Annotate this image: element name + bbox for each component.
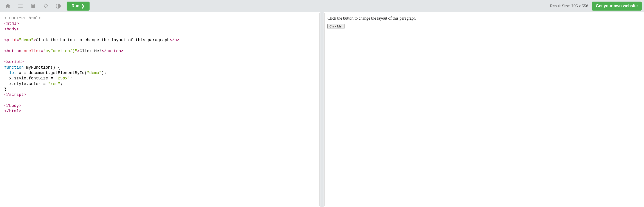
code-token: < <box>4 49 7 53</box>
code-token: script <box>7 60 22 64</box>
code-token: < <box>4 38 7 42</box>
code-token: p <box>7 38 9 42</box>
code-token: script <box>9 92 24 97</box>
code-token: button <box>106 49 121 53</box>
code-token: "red" <box>48 82 60 86</box>
code-token: <!DOCTYPE html> <box>4 16 41 20</box>
code-token: > <box>19 109 22 114</box>
code-token: "demo" <box>19 38 34 42</box>
code-token: ; <box>70 76 72 80</box>
run-label: Run <box>72 4 80 8</box>
result-paragraph: Click the button to change the layout of… <box>328 16 640 21</box>
code-token: x.style.fontSize = <box>4 76 55 80</box>
result-pane: Click the button to change the layout of… <box>324 13 643 206</box>
code-token: x.style.color = <box>4 82 48 86</box>
code-token: id <box>9 38 16 42</box>
code-token: > <box>19 104 22 108</box>
code-token: Click Me! <box>80 49 102 53</box>
code-token: body <box>7 27 16 32</box>
home-icon[interactable] <box>2 1 14 11</box>
code-token: button <box>7 49 22 53</box>
code-token: onclick <box>22 49 41 53</box>
code-token: = <box>41 49 43 53</box>
code-token: > <box>177 38 179 42</box>
theme-icon[interactable] <box>53 1 64 11</box>
code-token: x = document.getElementById( <box>16 71 87 75</box>
code-token: Click the button to change the layout of… <box>36 38 170 42</box>
code-token: </ <box>170 38 174 42</box>
get-website-button[interactable]: Get your own website <box>592 2 642 10</box>
result-size-label: Result Size: 705 x 556 <box>550 4 588 8</box>
splitter[interactable] <box>320 12 324 207</box>
menu-icon[interactable] <box>15 1 26 11</box>
result-click-me-button[interactable]: Click Me! <box>328 24 344 29</box>
chevron-right-icon: ❯ <box>81 4 84 8</box>
code-token: > <box>121 49 124 53</box>
code-token: = <box>16 38 19 42</box>
code-token: body <box>9 104 19 108</box>
code-token: let <box>9 71 16 75</box>
rotate-icon[interactable] <box>40 1 51 11</box>
code-token: html <box>9 109 19 114</box>
run-button[interactable]: Run ❯ <box>66 2 90 10</box>
code-token: } <box>4 87 7 92</box>
code-token: </ <box>102 49 106 53</box>
code-token: > <box>16 22 19 26</box>
toolbar: Run ❯ Result Size: 705 x 556 Get your ow… <box>0 0 644 12</box>
code-token: </ <box>4 109 9 114</box>
code-token: </ <box>4 92 9 97</box>
code-token: < <box>4 22 7 26</box>
save-icon[interactable] <box>28 1 39 11</box>
code-token: </ <box>4 104 9 108</box>
code-token: "demo" <box>87 71 102 75</box>
code-token: "25px" <box>55 76 70 80</box>
code-token: < <box>4 60 7 64</box>
code-token: > <box>34 38 36 42</box>
main: <!DOCTYPE html> <html> <body> <p id="dem… <box>0 12 644 207</box>
code-editor[interactable]: <!DOCTYPE html> <html> <body> <p id="dem… <box>1 13 320 206</box>
code-token: p <box>174 38 177 42</box>
code-token: ; <box>60 82 62 86</box>
code-token: ); <box>102 71 106 75</box>
code-token: html <box>7 22 16 26</box>
code-token: "myFunction()" <box>43 49 77 53</box>
code-token <box>4 71 9 75</box>
code-token: myFunction() { <box>24 65 60 70</box>
code-token: > <box>24 92 26 97</box>
code-token: > <box>16 27 19 32</box>
code-token: < <box>4 27 7 32</box>
code-token: > <box>22 60 24 64</box>
code-token: function <box>4 65 24 70</box>
code-token: > <box>77 49 80 53</box>
